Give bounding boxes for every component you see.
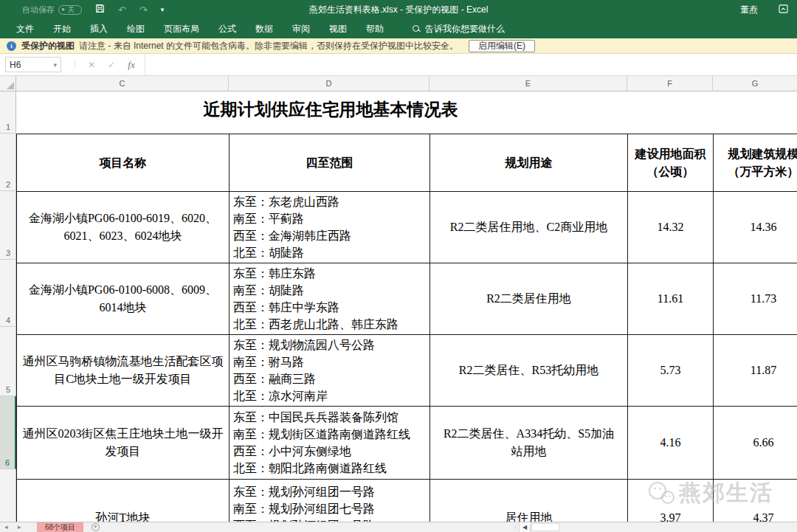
protected-view-text: 请注意 - 来自 Internet 的文件可能包含病毒。除非需要编辑，否则保持在… <box>79 40 458 52</box>
column-header-d[interactable]: D <box>229 76 429 91</box>
column-header-c[interactable]: C <box>16 76 229 91</box>
tab-page-layout[interactable]: 页面布局 <box>154 19 209 38</box>
row-header-4[interactable]: 4 <box>0 260 16 327</box>
name-box-value: H6 <box>10 60 21 70</box>
tab-insert[interactable]: 插入 <box>80 19 117 38</box>
row-number: 4 <box>0 316 16 325</box>
tab-scroll-splitter[interactable]: ⋮ <box>512 523 519 531</box>
cell-area[interactable]: 3.97 <box>628 480 714 522</box>
cell-use[interactable]: R2二类居住、R53托幼用地 <box>430 335 628 407</box>
column-header-g[interactable]: G <box>713 76 797 91</box>
row-header-6[interactable]: 6 <box>0 396 16 469</box>
ribbon-display-options-icon[interactable] <box>779 4 788 15</box>
sheet-nav-left-icon[interactable]: ◂ <box>4 522 8 532</box>
cell-project[interactable]: 通州区马驹桥镇物流基地生活配套区项目C地块土地一级开发项目 <box>17 335 230 407</box>
cell-area[interactable]: 4.16 <box>628 407 714 480</box>
tab-formulas[interactable]: 公式 <box>209 19 246 38</box>
tab-draw[interactable]: 绘图 <box>117 19 154 38</box>
row-number: 6 <box>0 458 15 467</box>
enable-editing-button[interactable]: 启用编辑(E) <box>469 40 535 52</box>
table-row: 孙河T地块 东至：规划孙河组团一号路 南至：规划孙河组团七号路 西至：规划孙河组… <box>17 480 797 522</box>
formula-bar-splitter[interactable]: ⋮ <box>71 59 79 69</box>
sheet-nav-right-icon[interactable]: ▸ <box>18 522 21 532</box>
row-number: 1 <box>0 122 16 131</box>
title-bar: 自动保存 ● 关 ↶ ↷ ▾ 燕郊生活资料表格.xlsx - 受保护的视图 - … <box>0 0 797 19</box>
protected-view-message-bar: i 受保护的视图 请注意 - 来自 Internet 的文件可能包含病毒。除非需… <box>0 38 797 54</box>
formula-bar: H6 ▾ ⋮ ✕ ✓ fx <box>0 54 797 76</box>
row-number: 3 <box>0 249 16 258</box>
cell-bounds[interactable]: 东至：规划孙河组团一号路 南至：规划孙河组团七号路 西至：规划孙河组团二号路 <box>230 480 430 522</box>
cancel-icon[interactable]: ✕ <box>83 57 100 72</box>
name-box[interactable]: H6 ▾ <box>5 57 61 72</box>
tab-help[interactable]: 帮助 <box>356 19 393 38</box>
cell-scale[interactable]: 11.73 <box>714 263 797 335</box>
cell-scale[interactable]: 4.37 <box>714 480 797 522</box>
tab-review[interactable]: 审阅 <box>283 19 320 38</box>
formula-input[interactable] <box>145 54 797 75</box>
row-number: 5 <box>0 385 16 394</box>
account-user-name[interactable]: 董焘 <box>740 4 758 16</box>
cell-project[interactable]: 金海湖小镇PG06-0100-6019、6020、6021、6023、6024地… <box>17 192 230 263</box>
protected-view-title: 受保护的视图 <box>21 40 75 52</box>
select-all-corner[interactable] <box>0 76 16 91</box>
column-header-f[interactable]: F <box>627 76 713 91</box>
table-header-row: 项目名称 四至范围 规划用途 建设用地面积 （公顷） 规划建筑规模 （万平方米） <box>17 134 797 192</box>
table-row: 金海湖小镇PG06-0100-6019、6020、6021、6023、6024地… <box>17 192 797 263</box>
header-planned-use[interactable]: 规划用途 <box>430 134 628 192</box>
cell-scale[interactable]: 11.87 <box>714 335 797 407</box>
header-bounds[interactable]: 四至范围 <box>230 134 430 192</box>
tab-home[interactable]: 开始 <box>44 19 80 38</box>
cell-area[interactable]: 11.61 <box>628 263 714 335</box>
cell-bounds[interactable]: 东至：韩庄东路 南至：胡陡路 西至：韩庄中学东路 北至：西老虎山北路、韩庄东路 <box>230 263 430 335</box>
sheet-tab-bar: ◂ ▸ 68个项目 + ⋮ ◀ <box>0 522 797 532</box>
spreadsheet-grid: 1 2 3 4 5 6 近期计划供应住宅用地基本情况表 项目名称 四至范围 规划… <box>0 91 797 522</box>
select-all-triangle-icon <box>7 82 14 89</box>
cell-use[interactable]: R2二类居住用地、C2商业用地 <box>430 192 628 263</box>
cell-use[interactable]: 居住用地 <box>430 480 628 522</box>
cell-scale[interactable]: 14.36 <box>714 192 797 263</box>
row-header-7[interactable] <box>0 469 16 521</box>
data-table: 项目名称 四至范围 规划用途 建设用地面积 （公顷） 规划建筑规模 （万平方米）… <box>16 134 797 522</box>
row-header-3[interactable]: 3 <box>0 191 16 260</box>
row-header-column: 1 2 3 4 5 6 <box>0 91 16 522</box>
insert-function-icon[interactable]: fx <box>123 57 139 72</box>
search-icon <box>413 25 421 33</box>
shield-info-icon: i <box>7 41 16 51</box>
row-number: 2 <box>0 180 16 189</box>
cell-project[interactable]: 通州区0203街区焦王庄地块土地一级开发项目 <box>17 407 230 480</box>
header-land-area[interactable]: 建设用地面积 （公顷） <box>628 134 714 192</box>
excel-window: 自动保存 ● 关 ↶ ↷ ▾ 燕郊生活资料表格.xlsx - 受保护的视图 - … <box>0 0 797 532</box>
cell-bounds[interactable]: 东至：中国民兵兵器装备陈列馆 南至：规划街区道路南侧道路红线 西至：小中河东侧绿… <box>230 407 430 480</box>
sheet-title[interactable]: 近期计划供应住宅用地基本情况表 <box>0 98 661 121</box>
tab-data[interactable]: 数据 <box>246 19 283 38</box>
hscroll-thumb[interactable] <box>531 523 559 531</box>
cell-scale[interactable]: 6.66 <box>714 407 797 480</box>
name-box-dropdown-icon[interactable]: ▾ <box>53 61 57 69</box>
row-header-2[interactable]: 2 <box>0 134 16 191</box>
cell-project[interactable]: 孙河T地块 <box>17 480 230 522</box>
add-sheet-icon[interactable]: + <box>92 523 100 531</box>
header-building-scale[interactable]: 规划建筑规模 （万平方米） <box>714 134 797 192</box>
hscroll-left-icon[interactable]: ◀ <box>519 522 531 532</box>
ribbon-tab-bar: 文件 开始 插入 绘图 页面布局 公式 数据 审阅 视图 帮助 告诉我你想要做什… <box>0 19 797 38</box>
cell-use[interactable]: R2二类居住、A334托幼、S5加油站用地 <box>430 407 628 480</box>
row-header-5[interactable]: 5 <box>0 327 16 396</box>
column-header-e[interactable]: E <box>429 76 627 91</box>
sheet-tab-active[interactable]: 68个项目 <box>37 522 83 532</box>
enter-icon[interactable]: ✓ <box>103 57 120 72</box>
cell-bounds[interactable]: 东至：东老虎山西路 南至：平蓟路 西至：金海湖韩庄西路 北至：胡陡路 <box>230 192 430 263</box>
table-row: 金海湖小镇PG06-0100-6008、6009、6014地块 东至：韩庄东路 … <box>17 263 797 335</box>
tell-me-label: 告诉我你想要做什么 <box>425 23 505 35</box>
column-header-row: C D E F G <box>0 76 797 91</box>
table-row: 通州区0203街区焦王庄地块土地一级开发项目 东至：中国民兵兵器装备陈列馆 南至… <box>17 407 797 480</box>
titlebar-right: 董焘 <box>740 0 788 19</box>
header-project-name[interactable]: 项目名称 <box>17 134 230 192</box>
tab-file[interactable]: 文件 <box>7 19 44 38</box>
tab-view[interactable]: 视图 <box>320 19 356 38</box>
cell-bounds[interactable]: 东至：规划物流园八号公路 南至：驸马路 西至：融商三路 北至：凉水河南岸 <box>230 335 430 407</box>
tell-me-search[interactable]: 告诉我你想要做什么 <box>413 23 505 35</box>
cell-use[interactable]: R2二类居住用地 <box>430 263 628 335</box>
cell-area[interactable]: 5.73 <box>628 335 714 407</box>
cell-area[interactable]: 14.32 <box>628 192 714 263</box>
cell-project[interactable]: 金海湖小镇PG06-0100-6008、6009、6014地块 <box>17 263 230 335</box>
